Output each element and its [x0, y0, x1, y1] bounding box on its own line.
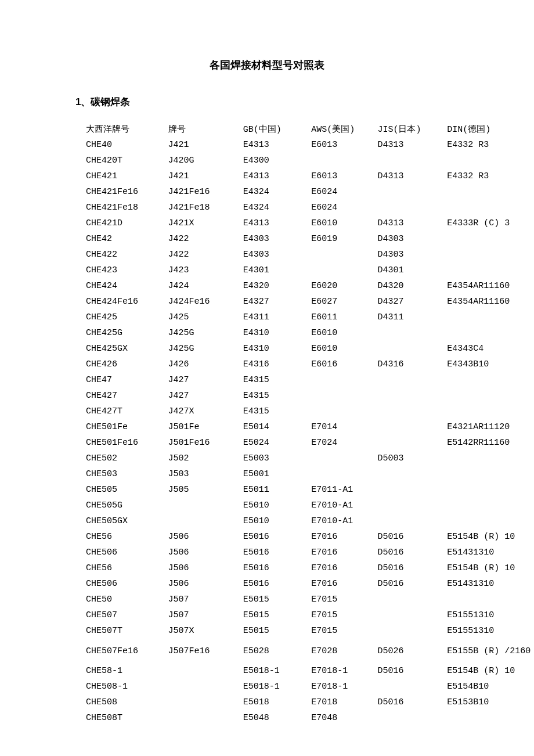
table-cell: CHE422	[86, 247, 168, 262]
table-cell	[311, 404, 377, 419]
table-cell: J421	[168, 168, 243, 184]
table-cell: CHE501Fe	[86, 419, 168, 435]
table-cell: E5155B (R) /2160	[447, 639, 534, 663]
table-cell	[168, 694, 243, 710]
table-cell: CHE56	[86, 529, 168, 545]
table-cell: E5001	[243, 466, 312, 482]
table-cell: E5010	[243, 498, 312, 513]
table-cell	[168, 679, 243, 694]
table-cell: CHE508T	[86, 710, 168, 726]
table-cell: CHE423	[86, 262, 168, 278]
table-cell: CHE420T	[86, 153, 168, 168]
table-cell: J422	[168, 247, 243, 262]
table-cell: E6019	[311, 231, 377, 247]
table-cell: J427	[168, 372, 243, 388]
table-cell	[168, 710, 243, 726]
table-cell	[377, 710, 447, 726]
table-row: CHE505J505E5011E7011-A1	[86, 482, 534, 498]
table-row: CHE424J424E4320E6020D4320E4354AR11160	[86, 278, 534, 294]
table-cell: E4321AR11120	[447, 419, 534, 435]
table-cell: E5142RR11160	[447, 435, 534, 451]
table-cell: D4320	[377, 278, 447, 294]
table-cell: J507X	[168, 623, 243, 639]
table-cell	[447, 482, 534, 498]
table-cell	[377, 623, 447, 639]
table-cell	[377, 341, 447, 357]
table-cell	[377, 592, 447, 607]
table-cell	[168, 663, 243, 679]
table-cell	[447, 498, 534, 513]
table-cell: CHE40	[86, 137, 168, 153]
table-row: CHE40J421E4313E6013D4313E4332 R3	[86, 137, 534, 153]
table-cell: CHE58-1	[86, 663, 168, 679]
table-cell: E4311	[243, 309, 312, 325]
table-cell: D5016	[377, 694, 447, 710]
table-cell: J506	[168, 529, 243, 545]
table-cell: CHE56	[86, 560, 168, 576]
table-cell: E4343C4	[447, 341, 534, 357]
table-cell: E6010	[311, 325, 377, 341]
table-cell: E5048	[243, 710, 312, 726]
table-cell: E4300	[243, 153, 312, 168]
table-cell: J425	[168, 309, 243, 325]
table-cell: J425G	[168, 341, 243, 357]
table-header-cell: 牌号	[168, 121, 243, 137]
table-cell: J426	[168, 357, 243, 372]
table-cell: E5154B (R) 10	[447, 529, 534, 545]
table-cell: E6010	[311, 341, 377, 357]
table-cell: E7028	[311, 639, 377, 663]
table-cell: J506	[168, 545, 243, 560]
table-row: CHE425GXJ425GE4310E6010E4343C4	[86, 341, 534, 357]
table-cell	[447, 404, 534, 419]
table-cell: J507	[168, 607, 243, 623]
table-cell: J421	[168, 137, 243, 153]
table-cell	[377, 466, 447, 482]
table-cell: E51431310	[447, 545, 534, 560]
table-cell	[447, 262, 534, 278]
table-cell	[377, 435, 447, 451]
table-cell: CHE424	[86, 278, 168, 294]
table-cell: E4354AR11160	[447, 294, 534, 309]
table-cell	[168, 498, 243, 513]
table-cell	[377, 404, 447, 419]
table-cell	[447, 200, 534, 215]
table-cell	[168, 513, 243, 529]
table-row: CHE425GJ425GE4310E6010	[86, 325, 534, 341]
table-cell: E5011	[243, 482, 312, 498]
table-cell: D4303	[377, 247, 447, 262]
table-cell: E5018-1	[243, 663, 312, 679]
table-cell	[377, 325, 447, 341]
table-cell: CHE506	[86, 576, 168, 592]
table-row: CHE508-1E5018-1E7018-1E5154B10	[86, 679, 534, 694]
table-header-cell: JIS(日本)	[377, 121, 447, 137]
table-cell: E6020	[311, 278, 377, 294]
table-cell: CHE424Fe16	[86, 294, 168, 309]
table-cell: E5016	[243, 529, 312, 545]
table-cell	[447, 710, 534, 726]
table-cell: D4316	[377, 357, 447, 372]
table-cell: D5016	[377, 545, 447, 560]
table-cell	[447, 325, 534, 341]
table-cell: J424	[168, 278, 243, 294]
table-cell: CHE426	[86, 357, 168, 372]
table-cell	[377, 498, 447, 513]
table-cell	[447, 231, 534, 247]
table-row: CHE56J506E5016E7016D5016E5154B (R) 10	[86, 560, 534, 576]
table-cell	[447, 247, 534, 262]
table-cell: CHE505	[86, 482, 168, 498]
table-cell: J423	[168, 262, 243, 278]
table-cell: E6010	[311, 215, 377, 231]
table-row: CHE58-1E5018-1E7018-1D5016E5154B (R) 10	[86, 663, 534, 679]
table-cell: J502	[168, 451, 243, 466]
table-cell: J421X	[168, 215, 243, 231]
table-row: CHE506J506E5016E7016D5016E51431310	[86, 545, 534, 560]
table-cell: CHE506	[86, 545, 168, 560]
table-header-cell: GB(中国)	[243, 121, 312, 137]
table-row: CHE42J422E4303E6019D4303	[86, 231, 534, 247]
table-cell: J503	[168, 466, 243, 482]
table-row: CHE502J502E5003D5003	[86, 451, 534, 466]
table-cell	[311, 451, 377, 466]
table-cell	[447, 513, 534, 529]
table-cell: J427X	[168, 404, 243, 419]
table-cell: E4315	[243, 404, 312, 419]
